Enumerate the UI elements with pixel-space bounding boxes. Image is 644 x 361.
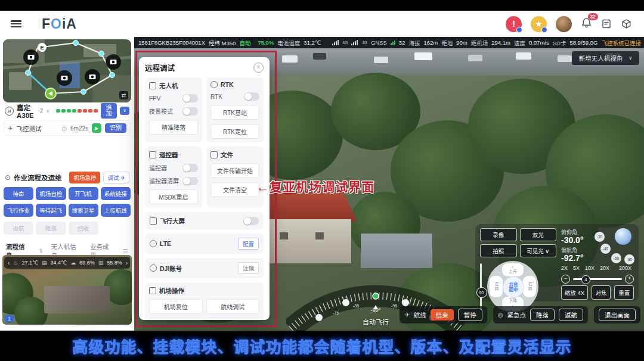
dual-light-button[interactable]: 双光: [520, 228, 557, 241]
dock-prepare-button[interactable]: 机场准备: [206, 318, 260, 320]
battery-dot: [67, 109, 71, 113]
battery-temp-label: 电池温度: [277, 39, 300, 47]
battery-dot: [72, 109, 76, 113]
workflow-step[interactable]: 待命: [4, 187, 33, 200]
sort-icon[interactable]: ⇅: [39, 248, 43, 254]
workflow-step[interactable]: 上传航线: [101, 204, 131, 217]
gimbal-ball-icon[interactable]: [615, 228, 631, 245]
dock-estop-button[interactable]: 机场急停: [69, 172, 100, 183]
mission-map[interactable]: E ⇄: [3, 39, 131, 102]
msdk-restart-button[interactable]: MSDK重启: [149, 189, 198, 204]
app-window: FOiA ! ★ 32: [0, 11, 644, 331]
zoom-level-option[interactable]: 200X: [619, 265, 631, 271]
lte-icon: [150, 240, 157, 247]
zoom-level-option[interactable]: 5X: [573, 265, 580, 271]
calibrate-home-button[interactable]: 标定Home点: [149, 318, 203, 320]
recognize-button[interactable]: 识别: [105, 123, 126, 133]
route-debug-button[interactable]: 航线调试: [206, 299, 260, 314]
zoom-minus-button[interactable]: −: [561, 275, 570, 284]
file-clear-button[interactable]: 文件清空: [210, 182, 259, 197]
rtk-position-button[interactable]: RTK定位: [210, 124, 259, 139]
end-mission-button[interactable]: 结束: [431, 309, 454, 320]
land-button[interactable]: 降落: [530, 309, 555, 321]
task-row[interactable]: ✈ 飞控测试 ◷ 6m22s ▶ 识别: [4, 120, 131, 136]
alert-avatar-icon[interactable]: !: [506, 16, 522, 32]
big-screen-toggle[interactable]: [243, 217, 259, 225]
close-icon[interactable]: ×: [253, 63, 264, 73]
chevron-down-icon[interactable]: ∨: [46, 108, 49, 114]
precision-landing-button[interactable]: 精准降落: [149, 120, 198, 135]
recenter-label: 云台回中: [508, 282, 519, 293]
lte-config-button[interactable]: 配置: [238, 238, 259, 250]
pitch-preset-button[interactable]: -45: [600, 244, 611, 254]
zoom-slider-knob[interactable]: 4: [581, 275, 590, 284]
gimbal-slider-knob[interactable]: 50: [476, 287, 487, 298]
dock-camera-thumbnail[interactable]: ‹ ♨ 27.1℃ ▤ 34.4℃ ☁ 69.6% ▥ 55.8% › 1: [2, 255, 132, 325]
add-drone-view-dropdown[interactable]: 新增无人机视角 ∨: [572, 51, 639, 65]
workflow-step[interactable]: 搜索卫星: [69, 204, 98, 217]
chevron-down-icon: ∨: [628, 55, 632, 61]
star-avatar-icon[interactable]: ★: [531, 16, 547, 32]
rtk-base-button[interactable]: RTK基站: [210, 105, 259, 120]
logout-button[interactable]: 注销: [238, 262, 259, 274]
visible-light-dropdown[interactable]: 可见光 ∨: [520, 244, 557, 257]
rc-toggle[interactable]: [182, 164, 198, 172]
record-button[interactable]: 录像: [480, 228, 517, 241]
workflow-step[interactable]: 飞行作业: [4, 204, 33, 217]
file-transfer-button[interactable]: 文件传输开始: [210, 163, 259, 178]
prev-arrow-icon[interactable]: ‹: [8, 260, 10, 266]
zoom-level-option[interactable]: 20X: [600, 265, 609, 271]
dock-reset-button[interactable]: 机场复位: [149, 299, 203, 314]
gimbal-left-button[interactable]: 左转: [490, 276, 503, 297]
logo-letter: A: [66, 16, 77, 32]
battery-dot: [78, 109, 82, 113]
task-name: 飞控测试: [16, 124, 41, 133]
night-mode-toggle[interactable]: [182, 107, 198, 116]
gimbal-up-button[interactable]: ∧ 上升: [502, 263, 524, 276]
debug-button[interactable]: 调试 ✈: [103, 172, 129, 183]
return-home-button[interactable]: 返航: [559, 309, 583, 321]
reset-button[interactable]: 重置: [614, 285, 634, 300]
workflow-step[interactable]: 等待起飞: [36, 204, 66, 217]
next-arrow-icon[interactable]: ›: [126, 260, 128, 266]
photo-button[interactable]: 拍照: [480, 244, 517, 257]
document-icon[interactable]: [601, 18, 612, 29]
zoom-slider[interactable]: 4: [573, 278, 622, 280]
lte-label: LTE: [160, 240, 235, 247]
workflow-step[interactable]: 机场自检: [36, 187, 66, 200]
pitch-preset-button[interactable]: -90: [624, 254, 634, 264]
focus-button[interactable]: 对焦: [592, 285, 611, 300]
append-button[interactable]: 追加: [101, 103, 117, 119]
play-button[interactable]: ▶: [92, 123, 101, 133]
device-count[interactable]: 2: [40, 108, 44, 114]
menu-icon[interactable]: [11, 20, 21, 27]
exit-view-button[interactable]: 退出画面: [599, 309, 636, 321]
rc-clear-toggle[interactable]: [182, 177, 198, 185]
workflow-step[interactable]: 系统链接: [101, 187, 131, 200]
map-expand-icon[interactable]: ⇄: [119, 91, 128, 99]
device-dropdown-button[interactable]: ∨: [120, 107, 129, 115]
zoom-mode-button[interactable]: 缩放 4X: [561, 285, 588, 300]
clock-icon: ◷: [61, 125, 67, 132]
gimbal-recenter-button[interactable]: 云台回中: [503, 276, 524, 298]
pause-button[interactable]: 暂停: [458, 309, 482, 321]
rtk-toggle[interactable]: [244, 92, 259, 101]
list-icon[interactable]: ☰: [123, 248, 128, 254]
user-avatar[interactable]: [556, 16, 572, 32]
zoom-level-option[interactable]: 2X: [561, 265, 568, 271]
altitude-value: 162m: [423, 39, 438, 46]
caption-banner: 高级功能、挂载模块、调试功能都会随着机型、版本、及配置灵活显示: [0, 331, 644, 361]
route-icon: ✈: [8, 125, 13, 132]
zoom-plus-button[interactable]: +: [625, 275, 634, 284]
gimbal-pitch-slider[interactable]: 50: [480, 263, 482, 310]
gimbal-right-button[interactable]: 右转: [523, 276, 536, 297]
notifications-button[interactable]: 32: [581, 17, 592, 31]
zoom-level-option[interactable]: 10X: [585, 265, 595, 271]
camera-page-badge[interactable]: 1: [5, 315, 14, 322]
pitch-preset-button[interactable]: -30: [595, 232, 605, 242]
cube-icon[interactable]: [621, 18, 632, 30]
workflow-step[interactable]: 开飞机: [69, 187, 98, 200]
cabinet-temp-icon: ▤: [42, 260, 47, 266]
fpv-toggle[interactable]: [182, 94, 198, 102]
pitch-preset-button[interactable]: -60: [611, 253, 621, 263]
